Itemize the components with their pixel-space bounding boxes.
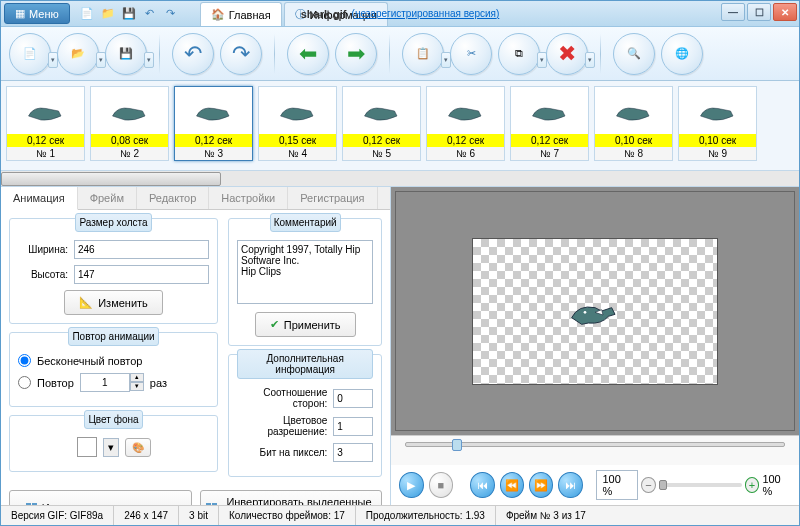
qat-new-icon[interactable]: 📄 [78, 5, 96, 23]
prev-frame-button[interactable]: ⏪ [500, 472, 524, 498]
open-button[interactable]: 📂▾ [57, 33, 99, 75]
comment-textarea[interactable]: Copyright 1997, Totally Hip Software Inc… [237, 240, 373, 304]
minimize-button[interactable]: — [721, 3, 745, 21]
resize-button[interactable]: 📐Изменить [64, 290, 163, 315]
frames-scrollbar[interactable] [1, 171, 799, 187]
color-swatch[interactable] [77, 437, 97, 457]
invert-animation-button[interactable]: Инвертировать анимацию [9, 490, 192, 505]
frame-image [91, 87, 168, 134]
maximize-button[interactable]: ☐ [747, 3, 771, 21]
property-tab[interactable]: Анимация [1, 187, 78, 210]
window-controls: — ☐ ✕ [721, 3, 797, 21]
first-button[interactable]: ⏮ [470, 472, 494, 498]
frame-time: 0,15 сек [259, 134, 336, 147]
repeat-group: Повтор анимации Бесконечный повтор Повто… [9, 332, 218, 407]
repeat-radio[interactable] [18, 376, 31, 389]
zoom-in-button[interactable]: + [745, 477, 760, 493]
zoom-slider[interactable] [659, 483, 742, 487]
frame-image [427, 87, 504, 134]
property-tab[interactable]: Регистрация [288, 187, 377, 209]
qat-redo-icon[interactable]: ↷ [162, 5, 180, 23]
zoom-value[interactable]: 100 % [596, 470, 639, 500]
width-input[interactable] [74, 240, 209, 259]
frame-thumbnail[interactable]: 0,12 сек№ 1 [6, 86, 85, 161]
cut-icon: ✂ [467, 47, 476, 60]
redo-button[interactable]: ↷ [220, 33, 262, 75]
height-input[interactable] [74, 265, 209, 284]
frame-thumbnail[interactable]: 0,12 сек№ 5 [342, 86, 421, 161]
repeat-count-input[interactable] [80, 373, 130, 392]
frame-thumbnail[interactable]: 0,08 сек№ 2 [90, 86, 169, 161]
undo-button[interactable]: ↶ [172, 33, 214, 75]
frame-thumbnail[interactable]: 0,10 сек№ 9 [678, 86, 757, 161]
frames-strip[interactable]: 0,12 сек№ 10,08 сек№ 20,12 сек№ 30,15 се… [1, 81, 799, 171]
frame-thumbnail[interactable]: 0,10 сек№ 8 [594, 86, 673, 161]
frame-number: № 6 [427, 147, 504, 160]
color-picker-button[interactable]: 🎨 [125, 438, 151, 457]
frame-time: 0,12 сек [511, 134, 588, 147]
last-button[interactable]: ⏭ [558, 472, 582, 498]
globe-icon: 🌐 [675, 47, 689, 60]
qat-open-icon[interactable]: 📁 [99, 5, 117, 23]
search-icon: 🔍 [627, 47, 641, 60]
cut-button[interactable]: ✂ [450, 33, 492, 75]
redo-icon: ↷ [232, 41, 250, 67]
times-label: раз [150, 377, 167, 389]
frame-image [175, 87, 252, 134]
qat-save-icon[interactable]: 💾 [120, 5, 138, 23]
new-button[interactable]: 📄▾ [9, 33, 51, 75]
zoom-out-button[interactable]: − [641, 477, 656, 493]
bpp-input[interactable] [333, 443, 373, 462]
dropdown-icon[interactable]: ▾ [144, 52, 154, 68]
playback-slider[interactable] [405, 442, 785, 447]
preview-canvas [472, 238, 718, 385]
apply-comment-button[interactable]: ✔Применить [255, 312, 356, 337]
group-title: Дополнительная информация [237, 349, 373, 379]
delete-button[interactable]: ✖▾ [546, 33, 588, 75]
spin-up-icon[interactable]: ▲ [130, 373, 144, 382]
dropdown-icon[interactable]: ▾ [103, 438, 119, 457]
next-frame-button[interactable]: ⏩ [529, 472, 553, 498]
playback-controls: ▶ ■ ⏮ ⏪ ⏩ ⏭ 100 % − + 100 % [391, 465, 799, 505]
status-version: Версия GIF: GIF89a [1, 506, 114, 525]
prev-button[interactable]: ⬅ [287, 33, 329, 75]
zoom-thumb[interactable] [659, 480, 667, 490]
paste-button[interactable]: 📋▾ [402, 33, 444, 75]
tab-main[interactable]: 🏠Главная [200, 2, 282, 26]
frame-thumbnail[interactable]: 0,12 сек№ 6 [426, 86, 505, 161]
menu-button[interactable]: ▦Меню [4, 3, 70, 24]
preview-panel: ▶ ■ ⏮ ⏪ ⏩ ⏭ 100 % − + 100 % [391, 187, 799, 505]
spin-down-icon[interactable]: ▼ [130, 382, 144, 391]
web-button[interactable]: 🌐 [661, 33, 703, 75]
unregistered-link[interactable]: (незарегистрированная версия) [352, 8, 500, 19]
copy-button[interactable]: ⧉▾ [498, 33, 540, 75]
property-tab[interactable]: Фрейм [78, 187, 137, 209]
qat-undo-icon[interactable]: ↶ [141, 5, 159, 23]
frame-thumbnail[interactable]: 0,12 сек№ 3 [174, 86, 253, 161]
aspect-input[interactable] [333, 389, 373, 408]
frame-thumbnail[interactable]: 0,12 сек№ 7 [510, 86, 589, 161]
invert-row: Инвертировать анимацию Инвертировать выд… [1, 485, 390, 505]
property-tab[interactable]: Редактор [137, 187, 209, 209]
close-button[interactable]: ✕ [773, 3, 797, 21]
infinite-radio[interactable] [18, 354, 31, 367]
save-button[interactable]: 💾▾ [105, 33, 147, 75]
frame-time: 0,12 сек [343, 134, 420, 147]
scrollbar-thumb[interactable] [1, 172, 221, 186]
colres-input[interactable] [333, 417, 373, 436]
app-icon: ▦ [15, 7, 25, 20]
repeat-count-spinner[interactable]: ▲▼ [80, 373, 144, 392]
app-window: ▦Меню 📄 📁 💾 ↶ ↷ 🏠Главная ⓘИнформация sha… [0, 0, 800, 526]
preview-area[interactable] [395, 191, 795, 431]
height-label: Высота: [18, 269, 68, 280]
next-button[interactable]: ➡ [335, 33, 377, 75]
stop-button[interactable]: ■ [429, 472, 453, 498]
frame-number: № 9 [679, 147, 756, 160]
frame-thumbnail[interactable]: 0,15 сек№ 4 [258, 86, 337, 161]
dropdown-icon[interactable]: ▾ [585, 52, 595, 68]
slider-thumb[interactable] [452, 439, 462, 451]
property-tab[interactable]: Настройки [209, 187, 288, 209]
invert-selected-button[interactable]: Инвертировать выделенные фреймы [200, 490, 383, 505]
find-button[interactable]: 🔍 [613, 33, 655, 75]
play-button[interactable]: ▶ [399, 472, 423, 498]
